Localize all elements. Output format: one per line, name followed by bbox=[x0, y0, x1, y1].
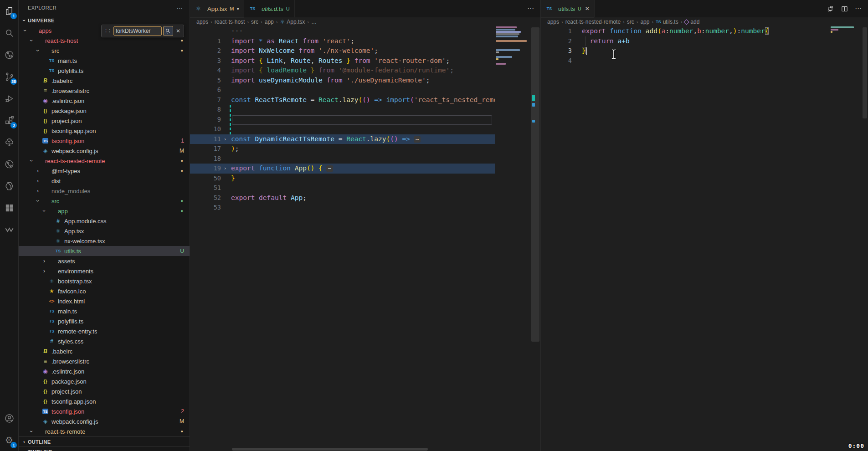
breadcrumb-item-apps[interactable]: apps bbox=[196, 19, 208, 25]
tree-item-label: bootstrap.tsx bbox=[58, 278, 92, 285]
breadcrumb-item-react-ts-nested-remote[interactable]: react-ts-nested-remote bbox=[565, 19, 621, 25]
tree-item-package.json[interactable]: {}package.json bbox=[19, 376, 190, 386]
activity-item-nx-console-icon[interactable] bbox=[0, 175, 18, 197]
tree-item-.eslintrc.json[interactable]: ◉.eslintrc.json bbox=[19, 366, 190, 376]
workspace-section-header[interactable]: › UNIVERSE bbox=[19, 15, 190, 26]
gutter: 53 bbox=[190, 203, 231, 213]
breadcrumb-item-apps[interactable]: apps bbox=[547, 19, 559, 25]
horizontal-scrollbar[interactable] bbox=[232, 448, 428, 451]
breadcrumb-separator: › bbox=[307, 19, 309, 25]
breadcrumb-item-add[interactable]: add bbox=[684, 19, 699, 25]
tree-item-App.tsx[interactable]: ⚛App.tsx bbox=[19, 226, 190, 236]
gutter: 1 bbox=[190, 36, 231, 46]
close-icon[interactable]: ✕ bbox=[585, 5, 590, 12]
tree-item-label: .babelrc bbox=[51, 348, 72, 355]
tree-item-project.json[interactable]: {}project.json bbox=[19, 116, 190, 126]
tab-App.tsx[interactable]: ⚛App.tsxM● bbox=[190, 0, 244, 17]
vertical-scrollbar[interactable] bbox=[530, 26, 540, 451]
tree-item-node_modules[interactable]: ›node_modules bbox=[19, 186, 190, 196]
tree-item-.browserslistrc[interactable]: ≡.browserslistrc bbox=[19, 356, 190, 366]
minimap[interactable] bbox=[496, 26, 529, 67]
tree-item-src[interactable]: ›src● bbox=[19, 196, 190, 206]
close-icon[interactable]: ✕ bbox=[175, 28, 182, 34]
more-icon[interactable]: ⋯ bbox=[855, 5, 862, 13]
tree-item-polyfills.ts[interactable]: TSpolyfills.ts bbox=[19, 66, 190, 76]
tree-item-styles.css[interactable]: #styles.css bbox=[19, 336, 190, 346]
tree-item-bootstrap.tsx[interactable]: ⚛bootstrap.tsx bbox=[19, 276, 190, 286]
tree-item-dist[interactable]: ›dist bbox=[19, 176, 190, 186]
tree-item-tsconfig.json[interactable]: TStsconfig.json1 bbox=[19, 136, 190, 146]
vertical-scrollbar[interactable] bbox=[862, 26, 868, 451]
activity-item-run-debug-icon[interactable] bbox=[0, 87, 18, 109]
tab-utils.d.ts[interactable]: TSutils.d.tsU bbox=[244, 0, 295, 17]
activity-item-wave-icon[interactable] bbox=[0, 219, 18, 241]
gutter: 17 bbox=[190, 144, 231, 154]
activity-item-search-icon[interactable] bbox=[0, 22, 18, 44]
tab-bar-right: TSutils.tsU✕⋯ bbox=[541, 0, 868, 17]
tree-item-webpack.config.js[interactable]: ◈webpack.config.jsM bbox=[19, 416, 190, 426]
sidebar-more-actions-icon[interactable]: ⋯ bbox=[177, 4, 183, 11]
tree-item-main.ts[interactable]: TSmain.ts bbox=[19, 56, 190, 66]
tree-item-src[interactable]: ›src● bbox=[19, 46, 190, 56]
tree-item-tsconfig.app.json[interactable]: {}tsconfig.app.json bbox=[19, 126, 190, 136]
activity-item-settings-icon[interactable]: ⚙1 bbox=[0, 429, 18, 451]
tree-item-.babelrc[interactable]: B.babelrc bbox=[19, 346, 190, 356]
tree-item-index.html[interactable]: <>index.html bbox=[19, 296, 190, 306]
tree-item-react-ts-nested-remote[interactable]: ›react-ts-nested-remote● bbox=[19, 156, 190, 166]
fold-chevron-icon[interactable]: › bbox=[221, 164, 229, 174]
breadcrumb-item-react-ts-host[interactable]: react-ts-host bbox=[215, 19, 245, 25]
tree-item-.eslintrc.json[interactable]: ◉.eslintrc.json bbox=[19, 96, 190, 106]
minimap[interactable] bbox=[831, 26, 860, 36]
code-editor-app-tsx[interactable]: ···1import * as React from 'react';2impo… bbox=[190, 26, 540, 451]
code-line-11: 11›const DynamicReactTsRemote = React.la… bbox=[190, 134, 495, 144]
activity-item-account-icon[interactable] bbox=[0, 407, 18, 429]
activity-item-explorer-icon[interactable]: 1 bbox=[0, 0, 18, 22]
breadcrumb-item-App.tsx[interactable]: ⚛App.tsx bbox=[280, 19, 305, 25]
timeline-section-header[interactable]: › TIMELINE bbox=[19, 446, 190, 451]
tree-item-package.json[interactable]: {}package.json bbox=[19, 106, 190, 116]
breadcrumb-item-app[interactable]: app bbox=[265, 19, 274, 25]
activity-item-git-graph-icon[interactable] bbox=[0, 153, 18, 175]
fold-chevron-icon[interactable]: › bbox=[221, 134, 229, 144]
tree-item-utils.ts[interactable]: TSutils.tsU bbox=[19, 246, 190, 256]
tree-item-assets[interactable]: ›assets bbox=[19, 256, 190, 266]
tree-item-app[interactable]: ›app● bbox=[19, 206, 190, 216]
tree-item-.browserslistrc[interactable]: ≡.browserslistrc bbox=[19, 86, 190, 96]
tree-item-main.ts[interactable]: TSmain.ts bbox=[19, 306, 190, 316]
activity-item-extensions-icon[interactable]: 3 bbox=[0, 109, 18, 131]
line-number: 50 bbox=[200, 174, 221, 184]
line-number: 52 bbox=[200, 193, 221, 203]
breadcrumb-item-src[interactable]: src bbox=[251, 19, 258, 25]
tree-item-.babelrc[interactable]: B.babelrc bbox=[19, 76, 190, 86]
breadcrumb-item-…[interactable]: … bbox=[311, 19, 317, 25]
tree-item-project.json[interactable]: {}project.json bbox=[19, 386, 190, 396]
tree-item-remote-entry.ts[interactable]: TSremote-entry.ts bbox=[19, 326, 190, 336]
drag-grip-icon[interactable]: ⋮⋮ bbox=[103, 28, 112, 34]
tab-utils.ts[interactable]: TSutils.tsU✕ bbox=[541, 0, 595, 17]
tree-filter-input[interactable] bbox=[113, 26, 162, 36]
activity-item-test-tree-icon[interactable] bbox=[0, 131, 18, 153]
fuzzy-filter-toggle[interactable] bbox=[163, 26, 173, 36]
tree-item-tsconfig.app.json[interactable]: {}tsconfig.app.json bbox=[19, 396, 190, 406]
tree-item-@mf-types[interactable]: ›@mf-types● bbox=[19, 166, 190, 176]
activity-item-grid-icon[interactable] bbox=[0, 197, 18, 219]
tree-item-App.module.css[interactable]: #App.module.css bbox=[19, 216, 190, 226]
tree-item-environments[interactable]: ›environments bbox=[19, 266, 190, 276]
split-editor-icon[interactable] bbox=[841, 5, 848, 13]
breadcrumb-item-app[interactable]: app bbox=[640, 19, 649, 25]
tree-item-polyfills.ts[interactable]: TSpolyfills.ts bbox=[19, 316, 190, 326]
tree-item-nx-welcome.tsx[interactable]: ⚛nx-welcome.tsx bbox=[19, 236, 190, 246]
tree-item-favicon.ico[interactable]: ★favicon.ico bbox=[19, 286, 190, 296]
breadcrumb-item-src[interactable]: src bbox=[627, 19, 634, 25]
tree-item-react-ts-remote[interactable]: ›react-ts-remote● bbox=[19, 426, 190, 436]
breadcrumb-item-utils.ts[interactable]: TSutils.ts bbox=[656, 19, 678, 25]
activity-item-source-control-icon[interactable]: 38 bbox=[0, 66, 18, 87]
activity-item-remote-graph-icon[interactable] bbox=[0, 44, 18, 66]
outline-section-header[interactable]: › OUTLINE bbox=[19, 436, 190, 447]
tree-item-tsconfig.json[interactable]: TStsconfig.json2 bbox=[19, 406, 190, 416]
compare-changes-icon[interactable] bbox=[827, 5, 834, 13]
dirty-dot-icon[interactable]: ● bbox=[237, 6, 239, 11]
tree-item-webpack.config.js[interactable]: ◈webpack.config.jsM bbox=[19, 146, 190, 156]
more-actions-icon[interactable]: ⋯ bbox=[527, 5, 534, 13]
code-editor-utils-ts[interactable]: 1export function add(a:number,b:number,)… bbox=[541, 26, 868, 451]
